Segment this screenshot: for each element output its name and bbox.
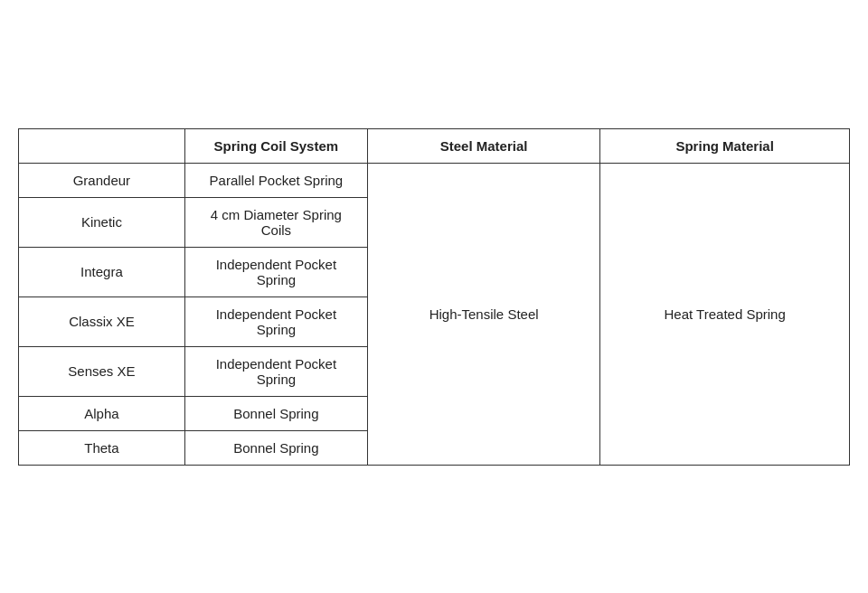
table-wrapper: Spring Coil System Steel Material Spring… [18, 128, 850, 466]
comparison-table: Spring Coil System Steel Material Spring… [18, 128, 850, 466]
header-spring-material: Spring Material [600, 128, 850, 163]
cell-product: Kinetic [19, 197, 185, 247]
cell-spring-coil: Independent Pocket Spring [184, 296, 367, 346]
cell-spring-coil: Parallel Pocket Spring [184, 163, 367, 197]
cell-spring-material: Heat Treated Spring [600, 163, 850, 465]
header-spring-coil: Spring Coil System [184, 128, 367, 163]
cell-product: Alpha [19, 396, 185, 430]
cell-spring-coil: Independent Pocket Spring [184, 346, 367, 396]
cell-spring-coil: Independent Pocket Spring [184, 247, 367, 296]
cell-steel-material: High-Tensile Steel [367, 163, 599, 465]
cell-product: Theta [19, 430, 185, 465]
header-steel-material: Steel Material [367, 128, 599, 163]
cell-spring-coil: 4 cm Diameter Spring Coils [184, 197, 367, 247]
cell-product: Classix XE [19, 296, 185, 346]
cell-product: Senses XE [19, 346, 185, 396]
table-row: GrandeurParallel Pocket SpringHigh-Tensi… [19, 163, 850, 197]
cell-product: Integra [19, 247, 185, 296]
header-product [19, 128, 185, 163]
cell-product: Grandeur [19, 163, 185, 197]
cell-spring-coil: Bonnel Spring [184, 396, 367, 430]
cell-spring-coil: Bonnel Spring [184, 430, 367, 465]
header-row: Spring Coil System Steel Material Spring… [19, 128, 850, 163]
